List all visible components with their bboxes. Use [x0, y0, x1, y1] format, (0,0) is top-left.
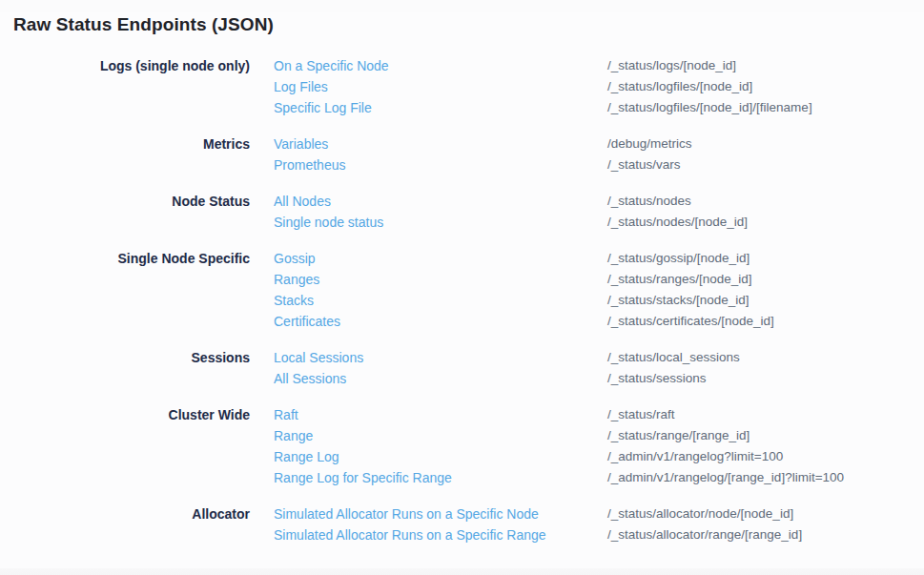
endpoint-link-list: Simulated Allocator Runs on a Specific N…: [274, 503, 607, 545]
footer-strip: [0, 568, 924, 575]
endpoint-link[interactable]: Log Files: [274, 76, 607, 97]
endpoint-group: Single Node Specific GossipRangesStacksC…: [0, 248, 924, 332]
endpoint-path: /_status/sessions: [607, 368, 924, 389]
endpoint-link[interactable]: Ranges: [274, 269, 607, 290]
endpoint-path-list: /_status/allocator/node/[node_id]/_statu…: [607, 503, 924, 545]
endpoint-path: /_status/allocator/range/[range_id]: [607, 524, 924, 545]
endpoint-link[interactable]: Stacks: [274, 290, 607, 311]
endpoint-path: /_status/certificates/[node_id]: [607, 311, 924, 332]
category-label: Cluster Wide: [0, 404, 274, 488]
category-label: Node Status: [0, 191, 274, 233]
endpoint-path-list: /debug/metrics/_status/vars: [607, 133, 924, 175]
endpoint-path-list: /_status/local_sessions/_status/sessions: [607, 347, 924, 389]
endpoint-link-list: RaftRangeRange LogRange Log for Specific…: [274, 404, 607, 488]
endpoint-path: /_status/gossip/[node_id]: [607, 248, 924, 269]
endpoint-link[interactable]: Simulated Allocator Runs on a Specific R…: [274, 524, 607, 545]
endpoint-group: Sessions Local SessionsAll Sessions /_st…: [0, 347, 924, 389]
endpoint-link[interactable]: Range Log for Specific Range: [274, 467, 607, 488]
category-label: Sessions: [0, 347, 274, 389]
endpoint-link-list: All NodesSingle node status: [274, 191, 607, 233]
endpoint-path: /_status/logs/[node_id]: [607, 55, 924, 76]
endpoint-path: /_admin/v1/rangelog?limit=100: [607, 446, 924, 467]
category-label: Allocator: [0, 503, 274, 545]
endpoint-link[interactable]: Specific Log File: [274, 97, 607, 118]
category-label: Logs (single node only): [0, 55, 274, 118]
endpoint-link[interactable]: Gossip: [274, 248, 607, 269]
raw-status-endpoints-page: Raw Status Endpoints (JSON) Logs (single…: [0, 12, 924, 575]
endpoint-group: Logs (single node only) On a Specific No…: [0, 55, 924, 118]
page-title: Raw Status Endpoints (JSON): [13, 12, 924, 37]
endpoint-link[interactable]: Range Log: [274, 446, 607, 467]
endpoint-link[interactable]: All Nodes: [274, 191, 607, 212]
endpoint-path-list: /_status/nodes/_status/nodes/[node_id]: [607, 191, 924, 233]
endpoint-link[interactable]: Range: [274, 425, 607, 446]
endpoint-path: /_status/nodes/[node_id]: [607, 212, 924, 233]
endpoint-path-list: /_status/gossip/[node_id]/_status/ranges…: [607, 248, 924, 332]
endpoint-path: /_status/nodes: [607, 191, 924, 212]
endpoint-group: Node Status All NodesSingle node status …: [0, 191, 924, 233]
endpoint-path: /_status/stacks/[node_id]: [607, 290, 924, 311]
endpoint-path: /_status/local_sessions: [607, 347, 924, 368]
endpoint-link[interactable]: All Sessions: [274, 368, 607, 389]
endpoint-path: /_status/ranges/[node_id]: [607, 269, 924, 290]
endpoint-link-list: Local SessionsAll Sessions: [274, 347, 607, 389]
endpoint-link-list: On a Specific NodeLog FilesSpecific Log …: [274, 55, 607, 118]
category-label: Single Node Specific: [0, 248, 274, 332]
endpoint-path: /_status/range/[range_id]: [607, 425, 924, 446]
endpoint-path: /_status/allocator/node/[node_id]: [607, 503, 924, 524]
endpoint-path-list: /_status/logs/[node_id]/_status/logfiles…: [607, 55, 924, 118]
endpoint-path: /_status/logfiles/[node_id]/[filename]: [607, 97, 924, 118]
endpoint-link-list: GossipRangesStacksCertificates: [274, 248, 607, 332]
endpoint-group: Metrics VariablesPrometheus /debug/metri…: [0, 133, 924, 175]
endpoint-group: Cluster Wide RaftRangeRange LogRange Log…: [0, 404, 924, 488]
endpoint-link[interactable]: Local Sessions: [274, 347, 607, 368]
endpoint-path: /_status/vars: [607, 154, 924, 175]
endpoint-link[interactable]: Variables: [274, 133, 607, 154]
endpoint-link[interactable]: Simulated Allocator Runs on a Specific N…: [274, 503, 607, 524]
endpoint-group: Allocator Simulated Allocator Runs on a …: [0, 503, 924, 545]
endpoint-path-list: /_status/raft/_status/range/[range_id]/_…: [607, 404, 924, 488]
endpoint-link[interactable]: On a Specific Node: [274, 55, 607, 76]
endpoint-link-list: VariablesPrometheus: [274, 133, 607, 175]
endpoint-path: /_status/logfiles/[node_id]: [607, 76, 924, 97]
endpoint-path: /_status/raft: [607, 404, 924, 425]
category-label: Metrics: [0, 133, 274, 175]
endpoint-path: /_admin/v1/rangelog/[range_id]?limit=100: [607, 467, 924, 488]
endpoint-groups: Logs (single node only) On a Specific No…: [0, 55, 924, 545]
endpoint-link[interactable]: Raft: [274, 404, 607, 425]
endpoint-path: /debug/metrics: [607, 133, 924, 154]
endpoint-link[interactable]: Single node status: [274, 212, 607, 233]
endpoint-link[interactable]: Certificates: [274, 311, 607, 332]
endpoint-link[interactable]: Prometheus: [274, 154, 607, 175]
